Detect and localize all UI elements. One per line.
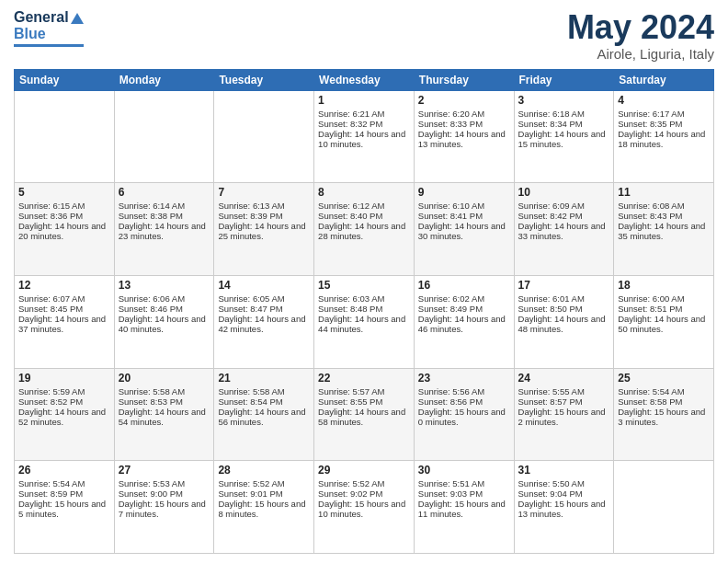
day-info: Daylight: 14 hours and 48 minutes. — [518, 314, 610, 334]
day-info: Sunset: 8:33 PM — [418, 119, 510, 129]
col-tuesday: Tuesday — [214, 69, 314, 90]
calendar-cell: 25Sunrise: 5:54 AMSunset: 8:58 PMDayligh… — [614, 368, 714, 461]
calendar-cell: 14Sunrise: 6:05 AMSunset: 8:47 PMDayligh… — [214, 275, 314, 368]
calendar-cell: 24Sunrise: 5:55 AMSunset: 8:57 PMDayligh… — [514, 368, 614, 461]
day-number: 30 — [418, 464, 510, 477]
calendar-cell: 16Sunrise: 6:02 AMSunset: 8:49 PMDayligh… — [414, 275, 514, 368]
day-info: Daylight: 15 hours and 3 minutes. — [618, 407, 710, 427]
calendar-cell: 12Sunrise: 6:07 AMSunset: 8:45 PMDayligh… — [15, 275, 115, 368]
day-info: Sunset: 8:46 PM — [119, 304, 210, 314]
day-number: 17 — [518, 279, 610, 292]
day-info: Sunset: 8:59 PM — [18, 488, 110, 499]
day-info: Sunset: 8:32 PM — [318, 119, 410, 129]
day-info: Daylight: 14 hours and 37 minutes. — [18, 314, 110, 334]
day-info: Sunrise: 5:53 AM — [119, 478, 210, 488]
day-info: Sunrise: 6:03 AM — [318, 293, 410, 304]
day-info: Sunrise: 5:54 AM — [618, 386, 710, 396]
header-row: Sunday Monday Tuesday Wednesday Thursday… — [15, 69, 714, 90]
day-number: 21 — [218, 372, 310, 385]
day-info: Sunrise: 6:14 AM — [119, 201, 210, 211]
day-info: Sunrise: 6:06 AM — [119, 293, 210, 304]
calendar-cell — [15, 90, 115, 183]
day-info: Sunset: 8:49 PM — [418, 304, 510, 314]
day-number: 9 — [418, 186, 510, 199]
day-info: Sunset: 8:41 PM — [418, 211, 510, 221]
calendar-cell: 9Sunrise: 6:10 AMSunset: 8:41 PMDaylight… — [414, 183, 514, 276]
day-info: Sunset: 8:50 PM — [518, 304, 610, 314]
day-number: 6 — [119, 186, 210, 199]
day-info: Sunrise: 6:17 AM — [618, 109, 710, 119]
day-info: Sunrise: 5:55 AM — [518, 386, 610, 396]
day-info: Sunrise: 5:58 AM — [218, 386, 310, 396]
day-number: 22 — [318, 372, 410, 385]
day-info: Daylight: 14 hours and 46 minutes. — [418, 314, 510, 334]
day-info: Sunrise: 5:50 AM — [518, 478, 610, 488]
day-info: Sunset: 8:43 PM — [618, 211, 710, 221]
calendar-cell: 30Sunrise: 5:51 AMSunset: 9:03 PMDayligh… — [414, 461, 514, 554]
day-number: 1 — [318, 94, 410, 107]
day-info: Sunset: 8:56 PM — [418, 396, 510, 407]
day-info: Daylight: 14 hours and 30 minutes. — [418, 221, 510, 241]
day-info: Sunrise: 6:21 AM — [318, 109, 410, 119]
calendar-cell: 5Sunrise: 6:15 AMSunset: 8:36 PMDaylight… — [15, 183, 115, 276]
day-info: Sunrise: 6:12 AM — [318, 201, 410, 211]
day-info: Sunrise: 5:54 AM — [18, 478, 110, 488]
day-info: Sunrise: 5:52 AM — [318, 478, 410, 488]
day-info: Sunset: 8:51 PM — [618, 304, 710, 314]
day-info: Sunset: 8:57 PM — [518, 396, 610, 407]
calendar-cell: 13Sunrise: 6:06 AMSunset: 8:46 PMDayligh… — [114, 275, 214, 368]
day-number: 5 — [18, 186, 110, 199]
col-sunday: Sunday — [15, 69, 115, 90]
day-number: 28 — [218, 464, 310, 477]
calendar-cell: 31Sunrise: 5:50 AMSunset: 9:04 PMDayligh… — [514, 461, 614, 554]
logo: General Blue — [14, 9, 84, 47]
day-info: Sunrise: 6:07 AM — [18, 293, 110, 304]
day-info: Sunset: 8:34 PM — [518, 119, 610, 129]
day-info: Sunrise: 5:56 AM — [418, 386, 510, 396]
calendar-cell: 6Sunrise: 6:14 AMSunset: 8:38 PMDaylight… — [114, 183, 214, 276]
calendar-cell: 11Sunrise: 6:08 AMSunset: 8:43 PMDayligh… — [614, 183, 714, 276]
day-info: Sunrise: 6:18 AM — [518, 109, 610, 119]
day-number: 25 — [618, 372, 710, 385]
calendar-cell: 1Sunrise: 6:21 AMSunset: 8:32 PMDaylight… — [314, 90, 415, 183]
day-info: Sunset: 8:35 PM — [618, 119, 710, 129]
day-number: 3 — [518, 94, 610, 107]
day-info: Sunrise: 6:10 AM — [418, 201, 510, 211]
calendar-week-2: 5Sunrise: 6:15 AMSunset: 8:36 PMDaylight… — [15, 183, 714, 276]
day-info: Sunrise: 5:52 AM — [218, 478, 310, 488]
logo-blue-text: Blue — [14, 26, 46, 42]
day-info: Sunrise: 6:20 AM — [418, 109, 510, 119]
day-info: Daylight: 14 hours and 58 minutes. — [318, 407, 410, 427]
col-thursday: Thursday — [414, 69, 514, 90]
calendar-cell: 23Sunrise: 5:56 AMSunset: 8:56 PMDayligh… — [414, 368, 514, 461]
day-info: Sunset: 8:55 PM — [318, 396, 410, 407]
day-number: 10 — [518, 186, 610, 199]
day-info: Sunset: 8:39 PM — [218, 211, 310, 221]
day-info: Daylight: 14 hours and 40 minutes. — [119, 314, 210, 334]
day-number: 16 — [418, 279, 510, 292]
day-number: 13 — [119, 279, 210, 292]
day-info: Sunrise: 5:57 AM — [318, 386, 410, 396]
day-info: Daylight: 15 hours and 8 minutes. — [218, 499, 310, 519]
page: General Blue May 2024 Airole, Liguria, I… — [0, 0, 728, 563]
day-number: 2 — [418, 94, 510, 107]
day-info: Daylight: 14 hours and 28 minutes. — [318, 221, 410, 241]
day-info: Daylight: 14 hours and 18 minutes. — [618, 129, 710, 149]
day-info: Daylight: 15 hours and 13 minutes. — [518, 499, 610, 519]
calendar-cell: 27Sunrise: 5:53 AMSunset: 9:00 PMDayligh… — [114, 461, 214, 554]
day-info: Daylight: 15 hours and 2 minutes. — [518, 407, 610, 427]
day-info: Sunrise: 6:15 AM — [18, 201, 110, 211]
day-info: Sunset: 9:02 PM — [318, 488, 410, 499]
day-info: Daylight: 14 hours and 23 minutes. — [119, 221, 210, 241]
day-info: Daylight: 14 hours and 56 minutes. — [218, 407, 310, 427]
day-number: 12 — [18, 279, 110, 292]
day-info: Daylight: 15 hours and 10 minutes. — [318, 499, 410, 519]
calendar-cell: 3Sunrise: 6:18 AMSunset: 8:34 PMDaylight… — [514, 90, 614, 183]
day-info: Sunrise: 6:09 AM — [518, 201, 610, 211]
calendar-cell: 15Sunrise: 6:03 AMSunset: 8:48 PMDayligh… — [314, 275, 415, 368]
logo-triangle-icon — [71, 13, 84, 24]
day-info: Daylight: 14 hours and 42 minutes. — [218, 314, 310, 334]
calendar-cell: 8Sunrise: 6:12 AMSunset: 8:40 PMDaylight… — [314, 183, 415, 276]
day-info: Daylight: 15 hours and 0 minutes. — [418, 407, 510, 427]
day-info: Sunset: 9:01 PM — [218, 488, 310, 499]
